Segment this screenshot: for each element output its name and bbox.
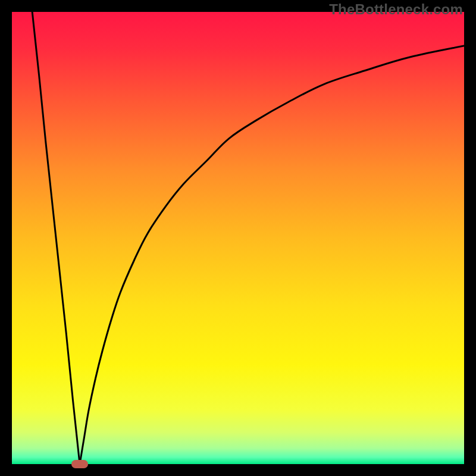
watermark-text: TheBottleneck.com [329, 1, 463, 18]
notch-marker [71, 460, 88, 468]
chart-frame [12, 12, 464, 464]
gradient-background [12, 12, 464, 464]
chart-plot [12, 12, 464, 464]
